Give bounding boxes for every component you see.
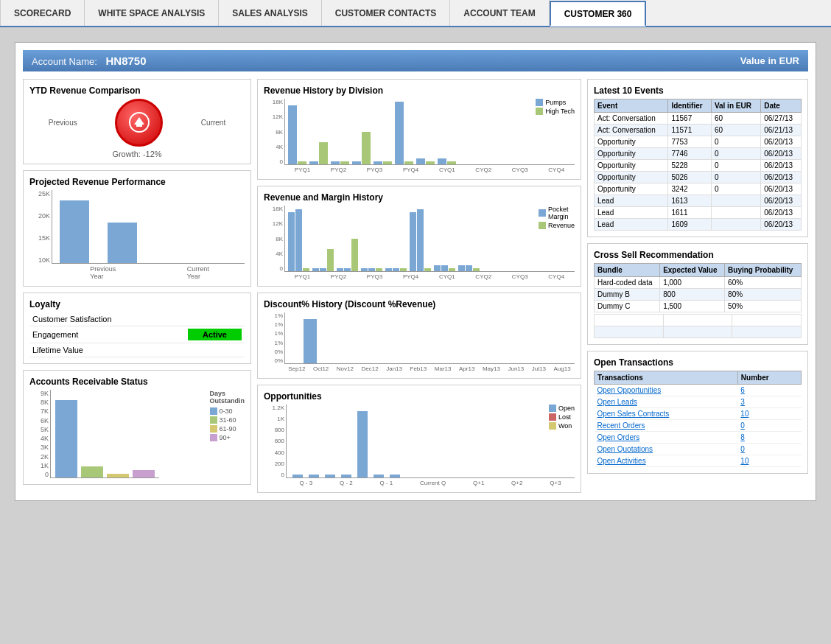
discount-title: Discount% History (Discount %Revenue) <box>264 299 575 309</box>
ar-title: Accounts Receivable Status <box>29 377 245 387</box>
trans-col-number: Number <box>737 371 801 385</box>
events-row-9: Lead 1609 06/20/13 <box>595 219 802 231</box>
trans-col-name: Transactions <box>595 371 738 385</box>
main-container: Account Name: HN8750 Value in EUR YTD Re… <box>15 42 816 501</box>
crosssell-section: Cross Sell Recommendation Bundle Expecte… <box>587 243 808 345</box>
rev-margin-x-labels: PYQ1PYQ2 PYQ3PYQ4 CYQ1CYQ2 CYQ3CYQ4 <box>284 273 575 280</box>
nav-salesanalysis[interactable]: SALES ANALYSIS <box>219 0 321 26</box>
events-col-date: Date <box>761 99 802 113</box>
discount-section: Discount% History (Discount %Revenue) 1%… <box>257 293 581 379</box>
events-col-val: Val in EUR <box>711 99 760 113</box>
revenue-history-section: Revenue History by Division 16K 12K 8K 4… <box>257 79 581 180</box>
events-table: Event Identifier Val in EUR Date Act: Co… <box>594 99 802 231</box>
trans-tbody: Open Opportunities 6 Open Leads 3 Open S… <box>595 385 802 467</box>
cs-col-value: Expected Value <box>660 264 725 277</box>
trans-row-3: Recent Orders 0 <box>595 420 802 432</box>
nav-customer360[interactable]: CUSTOMER 360 <box>550 1 647 27</box>
crosssell-title: Cross Sell Recommendation <box>594 250 802 260</box>
svg-marker-1 <box>134 117 144 125</box>
proj-bar-curr <box>108 223 137 263</box>
trans-row-2: Open Sales Contracts 10 <box>595 408 802 420</box>
crosssell-row-0: Hard-coded data 1,000 60% <box>595 277 802 289</box>
ar-bar-31-60 <box>81 466 103 477</box>
cs-col-bundle: Bundle <box>595 264 660 277</box>
ar-section: Accounts Receivable Status 9K 8K 7K 6K 5… <box>23 370 251 485</box>
middle-column: Revenue History by Division 16K 12K 8K 4… <box>257 79 581 493</box>
events-tbody: Act: Conversation 11567 60 06/27/13 Act:… <box>595 113 802 231</box>
events-row-7: Lead 1613 06/20/13 <box>595 195 802 207</box>
ytd-title: YTD Revenue Comparison <box>29 85 245 96</box>
crosssell-row-2: Dummy C 1,500 50% <box>595 301 802 312</box>
events-col-event: Event <box>595 99 668 113</box>
events-title: Latest 10 Events <box>594 85 802 96</box>
crosssell-empty <box>594 314 802 338</box>
top-navigation: SCORECARD WHITE SPACE ANALYSIS SALES ANA… <box>0 0 831 27</box>
projected-bars <box>52 190 245 264</box>
nav-scorecard[interactable]: SCORECARD <box>0 0 85 26</box>
nav-accountteam[interactable]: ACCOUNT TEAM <box>450 0 549 26</box>
loyalty-title: Loyalty <box>29 299 245 309</box>
discount-y-labels: 1% 1% 1% 1% 0% 0% <box>264 312 283 364</box>
loyalty-row-satisfaction: Customer Satisfaction <box>29 312 245 326</box>
loyalty-section: Loyalty Customer Satisfaction Engagement… <box>23 293 251 364</box>
projected-x-labels: PreviousYear CurrentYear <box>52 265 245 280</box>
ar-chart: 9K 8K 7K 6K 5K 4K 3K 2K 1K 0 <box>29 390 245 478</box>
opp-legend: Open Lost Won <box>549 405 575 430</box>
ytd-section: YTD Revenue Comparison Previous <box>23 79 251 164</box>
ar-legend: DaysOutstandin 0-30 31-60 61-90 <box>207 390 245 478</box>
trans-row-1: Open Leads 3 <box>595 396 802 408</box>
rev-hist-legend: Pumps High Tech <box>536 99 575 115</box>
trans-row-0: Open Opportunities 6 <box>595 385 802 396</box>
nav-whitespace[interactable]: WHITE SPACE ANALYSIS <box>85 0 219 26</box>
loyalty-row-lifetime: Lifetime Value <box>29 343 245 357</box>
ar-bars <box>50 390 159 478</box>
rev-margin-y-labels: 16K 12K 8K 4K 0 <box>264 206 283 272</box>
events-row-0: Act: Conversation 11567 60 06/27/13 <box>595 113 802 125</box>
opp-y-labels: 1.2K 1K 800 600 400 200 0 <box>264 405 284 478</box>
revenue-history-title: Revenue History by Division <box>264 85 575 96</box>
account-header: Account Name: HN8750 Value in EUR <box>23 50 808 71</box>
ytd-growth: Growth: -12% <box>112 150 161 158</box>
events-row-1: Act: Conversation 11571 60 06/21/13 <box>595 125 802 136</box>
ytd-previous-label: Previous <box>49 119 77 127</box>
trans-row-5: Open Quotations 0 <box>595 444 802 455</box>
discount-x-labels: Sep12Oct12 Nov12Dec12 Jan13Feb13 Mar13Ap… <box>284 365 575 372</box>
revenue-margin-title: Revenue and Margin History <box>264 192 575 203</box>
rev-hist-y-labels: 16K 12K 8K 4K 0 <box>264 99 283 165</box>
account-name: HN8750 <box>106 55 147 67</box>
discount-bars <box>284 312 575 364</box>
right-column: Latest 10 Events Event Identifier Val in… <box>587 79 808 493</box>
opportunities-section: Opportunities 1.2K 1K 800 600 400 200 0 <box>257 385 581 493</box>
account-label: Account Name: <box>32 56 97 67</box>
events-row-5: Opportunity 5026 0 06/20/13 <box>595 172 802 183</box>
ar-y-labels: 9K 8K 7K 6K 5K 4K 3K 2K 1K 0 <box>29 390 49 478</box>
events-section: Latest 10 Events Event Identifier Val in… <box>587 79 808 237</box>
crosssell-table: Bundle Expected Value Buying Probability… <box>594 263 802 312</box>
svg-rect-2 <box>136 125 142 127</box>
projected-section: Projected Revenue Performance 25K 20K 15… <box>23 170 251 287</box>
ar-legend-61-90: 61-90 <box>210 425 245 433</box>
rev-margin-legend: PocketMargin Revenue <box>539 206 575 229</box>
ar-legend-31-60: 31-60 <box>210 416 245 424</box>
events-row-2: Opportunity 7753 0 06/20/13 <box>595 136 802 148</box>
ar-bar-61-90 <box>107 474 129 477</box>
events-row-8: Lead 1611 06/20/13 <box>595 207 802 219</box>
trans-row-6: Open Activities 10 <box>595 455 802 467</box>
content-grid: YTD Revenue Comparison Previous <box>23 79 808 493</box>
opportunities-title: Opportunities <box>264 391 575 402</box>
proj-bar-prev <box>60 200 89 263</box>
events-row-6: Opportunity 3242 0 06/20/13 <box>595 183 802 195</box>
nav-customercontacts[interactable]: CUSTOMER CONTACTS <box>322 0 451 26</box>
value-label: Value in EUR <box>740 55 799 66</box>
ar-legend-0-30: 0-30 <box>210 407 245 415</box>
rev-hist-bars <box>284 99 575 165</box>
ar-bar-90plus <box>133 470 155 477</box>
rev-hist-x-labels: PYQ1 PYQ2 PYQ3 PYQ4 CYQ1 CYQ2 CYQ3 CYQ4 <box>284 167 575 173</box>
rev-margin-bars <box>284 206 575 272</box>
ytd-current-label: Current <box>201 119 225 127</box>
cs-col-prob: Buying Probability <box>725 264 802 277</box>
transactions-table: Transactions Number Open Opportunities 6… <box>594 371 802 467</box>
opp-bars <box>286 405 575 478</box>
loyalty-row-engagement: Engagement Active <box>29 326 245 343</box>
crosssell-tbody: Hard-coded data 1,000 60% Dummy B 800 80… <box>595 277 802 312</box>
